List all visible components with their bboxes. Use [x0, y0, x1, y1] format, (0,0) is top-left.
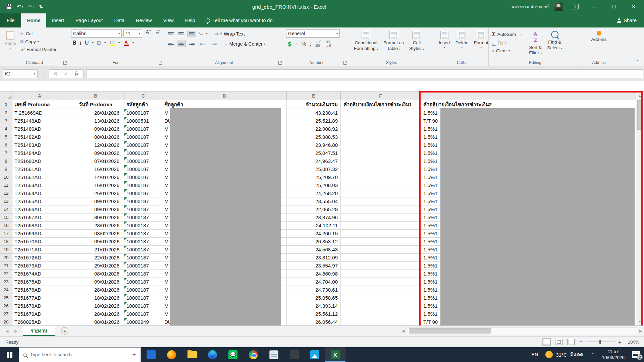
- row-number[interactable]: 2: [0, 109, 12, 117]
- row-number[interactable]: 23: [0, 278, 12, 286]
- cell[interactable]: 08/01/2026: [67, 133, 124, 141]
- cell[interactable]: 09/01/2026: [67, 278, 124, 286]
- row-number[interactable]: 8: [0, 157, 12, 165]
- cell[interactable]: T251674AD: [12, 270, 67, 278]
- minimize-button[interactable]: —: [588, 2, 602, 12]
- row-number[interactable]: 3: [0, 117, 12, 125]
- cell[interactable]: 10000187: [124, 109, 162, 117]
- cell[interactable]: [341, 294, 421, 302]
- cell[interactable]: T251676AD: [12, 286, 67, 294]
- taskbar-icon-edge[interactable]: [202, 347, 223, 362]
- row-number[interactable]: 24: [0, 286, 12, 294]
- row-number[interactable]: 10: [0, 173, 12, 181]
- cell[interactable]: [341, 173, 421, 181]
- decrease-decimal-icon[interactable]: .00→.0: [325, 40, 331, 48]
- row-number[interactable]: 20: [0, 254, 12, 262]
- cell[interactable]: [341, 133, 421, 141]
- formula-input[interactable]: [86, 69, 643, 78]
- copy-button[interactable]: ⧉Copy▾: [19, 38, 58, 45]
- clock[interactable]: 11:57 10/03/2026: [602, 349, 625, 361]
- cell[interactable]: 10000187: [124, 141, 162, 149]
- paste-button[interactable]: Paste▾: [2, 29, 19, 51]
- clipboard-dialog-launcher[interactable]: [63, 61, 67, 65]
- cell[interactable]: 24,102.11: [287, 222, 341, 230]
- cell[interactable]: คำอธิบายเงื่อนไขการชำระเงิน1: [341, 100, 421, 109]
- alignment-dialog-launcher[interactable]: [278, 61, 282, 65]
- select-all-corner[interactable]: [0, 92, 12, 100]
- start-button[interactable]: [0, 347, 19, 362]
- cell[interactable]: 10000187: [124, 302, 162, 310]
- cell[interactable]: [341, 181, 421, 189]
- cell[interactable]: T251678AD: [12, 302, 67, 310]
- enter-icon[interactable]: ✓: [64, 71, 68, 76]
- cell[interactable]: 24,268.20: [287, 189, 341, 197]
- cell[interactable]: 10000187: [124, 278, 162, 286]
- format-cells-button[interactable]: Format▾: [471, 29, 491, 51]
- cell[interactable]: [341, 230, 421, 238]
- row-number[interactable]: 12: [0, 189, 12, 197]
- notification-center-icon[interactable]: 2: [632, 351, 640, 358]
- cell[interactable]: 24,860.98: [287, 270, 341, 278]
- cell[interactable]: วันที่ Proforma: [67, 100, 124, 109]
- cell[interactable]: T 251669AD: [12, 109, 67, 117]
- cell[interactable]: 09/01/2026: [67, 149, 124, 157]
- row-number[interactable]: 11: [0, 181, 12, 189]
- cell[interactable]: 24,963.47: [287, 157, 341, 165]
- normal-view-icon[interactable]: [543, 339, 550, 345]
- language-indicator[interactable]: EN: [532, 352, 538, 357]
- column-letter[interactable]: C: [124, 92, 162, 100]
- customize-qat-icon[interactable]: ⇅: [39, 4, 43, 10]
- column-letter[interactable]: B: [67, 92, 124, 100]
- number-format-select[interactable]: General▾: [286, 29, 340, 38]
- cell[interactable]: [341, 278, 421, 286]
- row-number[interactable]: 5: [0, 133, 12, 141]
- cell[interactable]: [341, 141, 421, 149]
- cell[interactable]: T260025AD: [12, 318, 67, 326]
- row-number[interactable]: 16: [0, 222, 12, 230]
- row-number[interactable]: 22: [0, 270, 12, 278]
- cell[interactable]: [341, 302, 421, 310]
- cell[interactable]: 24,260.15: [287, 230, 341, 238]
- borders-icon[interactable]: ⊞: [97, 40, 101, 46]
- cell[interactable]: 28/01/2026: [67, 222, 124, 230]
- decrease-indent-icon[interactable]: ⇦≡: [198, 40, 208, 48]
- cell[interactable]: 10000187: [124, 205, 162, 214]
- cell[interactable]: 23,946.80: [287, 141, 341, 149]
- cell[interactable]: ชื่อลูกค้า: [162, 100, 287, 109]
- cell[interactable]: 28/01/2026: [67, 310, 124, 318]
- horizontal-scrollbar[interactable]: ⋮⋮ ◀ ▶: [389, 325, 644, 336]
- cell[interactable]: 24,393.14: [287, 302, 341, 310]
- column-letter[interactable]: E: [287, 92, 341, 100]
- font-dialog-launcher[interactable]: [159, 61, 162, 65]
- increase-indent-icon[interactable]: ≡⇨: [209, 40, 219, 48]
- font-size-select[interactable]: 11▾: [123, 29, 142, 38]
- cell[interactable]: 10000187: [124, 310, 162, 318]
- format-as-table-button[interactable]: Format as Table ▾: [381, 29, 407, 53]
- tab-view[interactable]: View: [158, 13, 179, 27]
- cell[interactable]: T251677AD: [12, 294, 67, 302]
- collapse-ribbon-icon[interactable]: ⌃: [636, 59, 639, 64]
- cell[interactable]: 25,209.70: [287, 173, 341, 181]
- cell[interactable]: [341, 222, 421, 230]
- align-bottom-button[interactable]: [187, 31, 196, 37]
- tab-splitter-handle[interactable]: ⋮⋮: [389, 328, 397, 333]
- taskbar-icon-dark-app[interactable]: [284, 347, 305, 362]
- align-right-button[interactable]: [187, 41, 196, 47]
- cell[interactable]: 10000187: [124, 214, 162, 222]
- cell[interactable]: T251679AD: [12, 310, 67, 318]
- column-letter[interactable]: F: [341, 92, 421, 100]
- row-number[interactable]: 6: [0, 141, 12, 149]
- row-number[interactable]: 17: [0, 230, 12, 238]
- cell[interactable]: [341, 214, 421, 222]
- cell[interactable]: 22/01/2026: [67, 254, 124, 262]
- cell[interactable]: 18/02/2026: [67, 294, 124, 302]
- cell[interactable]: 10000249: [124, 318, 162, 326]
- cell[interactable]: 12/01/2026: [67, 141, 124, 149]
- cell[interactable]: 30/01/2026: [67, 214, 124, 222]
- undo-icon[interactable]: ↶▾: [17, 4, 23, 10]
- cell[interactable]: 25,561.12: [287, 310, 341, 318]
- cell[interactable]: T251671AD: [12, 246, 67, 254]
- scroll-up-icon[interactable]: ▲: [636, 92, 643, 100]
- cell[interactable]: 16/01/2026: [67, 181, 124, 189]
- cell[interactable]: 23,554.97: [287, 262, 341, 270]
